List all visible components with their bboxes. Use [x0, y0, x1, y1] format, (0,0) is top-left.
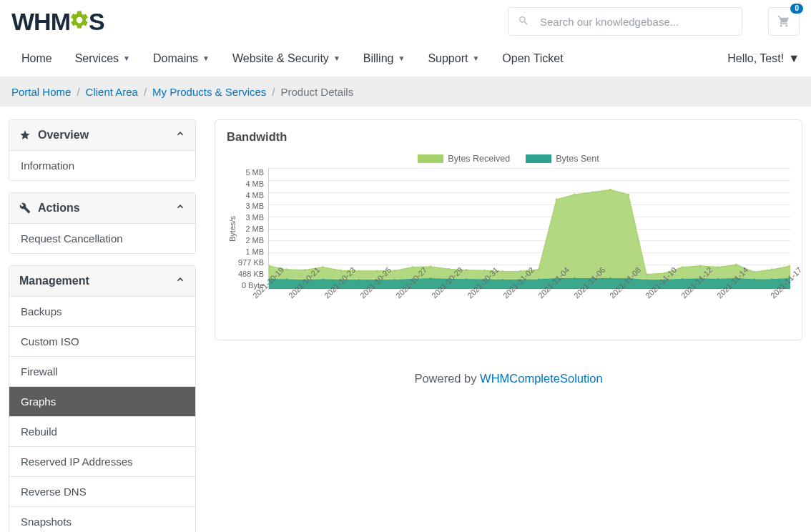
- sidebar-item-custom-iso[interactable]: Custom ISO: [9, 326, 195, 356]
- svg-point-2: [304, 269, 306, 271]
- caret-down-icon: ▼: [202, 54, 210, 62]
- nav-label: Home: [21, 52, 52, 65]
- crumb-portal-home[interactable]: Portal Home: [11, 86, 71, 98]
- chart-legend: Bytes ReceivedBytes Sent: [227, 154, 790, 164]
- sidebar-item-snapshots[interactable]: Snapshots: [9, 506, 195, 532]
- crumb-client-area[interactable]: Client Area: [86, 86, 138, 98]
- nav-label: Website & Security: [232, 52, 329, 65]
- svg-point-31: [286, 279, 288, 281]
- greeting-text: Hello, Test!: [727, 52, 784, 65]
- sidebar-item-backups[interactable]: Backups: [9, 297, 195, 326]
- svg-point-10: [448, 268, 450, 270]
- sidebar-item-reverse-dns[interactable]: Reverse DNS: [9, 476, 195, 506]
- y-axis-label: Bytes/s: [227, 168, 238, 290]
- svg-point-57: [753, 279, 755, 281]
- svg-point-24: [699, 265, 702, 267]
- nav-label: Services: [75, 52, 119, 65]
- chevron-up-icon: [175, 129, 185, 142]
- legend-label: Bytes Sent: [556, 154, 599, 164]
- svg-point-8: [412, 266, 414, 268]
- search-input[interactable]: [508, 7, 742, 36]
- logo-part2: S: [89, 8, 104, 36]
- gear-icon: [69, 9, 90, 34]
- panel-head-actions[interactable]: Actions: [9, 193, 195, 224]
- y-tick: 3 MB: [238, 202, 264, 210]
- separator: /: [77, 86, 79, 98]
- nav-label: Open Ticket: [502, 52, 563, 65]
- nav-website-security[interactable]: Website & Security▼: [222, 44, 350, 74]
- svg-point-43: [501, 279, 503, 281]
- svg-point-15: [538, 268, 540, 270]
- caret-down-icon: ▼: [398, 54, 405, 62]
- svg-point-45: [538, 279, 540, 281]
- nav-billing[interactable]: Billing▼: [353, 44, 416, 74]
- cart-button[interactable]: 0: [768, 7, 800, 36]
- y-tick: 2 MB: [238, 236, 264, 245]
- cart-badge: 0: [790, 4, 803, 14]
- crumb-products[interactable]: My Products & Services: [152, 86, 266, 98]
- svg-point-37: [393, 279, 395, 281]
- nav-services[interactable]: Services▼: [65, 44, 140, 74]
- sidebar-item-request-cancellation[interactable]: Request Cancellation: [9, 224, 195, 253]
- sidebar: OverviewInformationActionsRequest Cancel…: [9, 119, 196, 532]
- svg-point-51: [645, 279, 647, 281]
- svg-point-4: [340, 270, 342, 272]
- svg-point-25: [717, 266, 719, 268]
- y-tick: 4 MB: [238, 179, 264, 188]
- sidebar-item-firewall[interactable]: Firewall: [9, 356, 195, 386]
- nav-support[interactable]: Support▼: [418, 44, 489, 74]
- svg-point-12: [483, 270, 486, 272]
- svg-point-23: [682, 266, 684, 268]
- svg-point-20: [627, 194, 629, 196]
- legend-swatch: [418, 154, 443, 163]
- bandwidth-card: Bandwidth Bytes ReceivedBytes Sent Bytes…: [215, 119, 802, 340]
- sidebar-item-information[interactable]: Information: [9, 151, 195, 180]
- svg-point-49: [609, 277, 611, 280]
- legend-item[interactable]: Bytes Sent: [526, 154, 599, 164]
- svg-point-35: [358, 279, 360, 281]
- legend-label: Bytes Received: [448, 154, 510, 164]
- footer-link[interactable]: WHMCompleteSolution: [480, 372, 602, 385]
- logo[interactable]: WHM S: [11, 8, 493, 36]
- nav-domains[interactable]: Domains▼: [143, 44, 220, 74]
- y-tick: 3 MB: [238, 213, 264, 222]
- panel-head-overview[interactable]: Overview: [9, 120, 195, 151]
- y-tick: 4 MB: [238, 191, 264, 200]
- x-axis-ticks: 2021-10-192021-10-212021-10-232021-10-25…: [272, 290, 790, 327]
- search-icon: [518, 15, 529, 26]
- panel-head-management[interactable]: Management: [9, 266, 195, 297]
- caret-down-icon: ▼: [123, 54, 130, 62]
- y-tick: 5 MB: [238, 168, 264, 177]
- sidebar-item-rebuild[interactable]: Rebuild: [9, 416, 195, 446]
- caret-down-icon: ▼: [788, 52, 800, 65]
- svg-point-21: [645, 273, 647, 275]
- crumb-current: Product Details: [280, 86, 353, 98]
- sidebar-item-graphs[interactable]: Graphs: [9, 386, 195, 416]
- panel-title: Actions: [38, 202, 80, 215]
- user-menu[interactable]: Hello, Test! ▼: [727, 52, 800, 65]
- svg-point-28: [771, 268, 773, 270]
- svg-point-6: [375, 270, 378, 272]
- page-container: OverviewInformationActionsRequest Cancel…: [0, 107, 811, 532]
- svg-point-27: [753, 271, 755, 273]
- nav-home[interactable]: Home: [11, 44, 62, 74]
- nav-open-ticket[interactable]: Open Ticket: [492, 44, 573, 74]
- svg-point-5: [358, 270, 360, 272]
- legend-item[interactable]: Bytes Received: [418, 154, 510, 164]
- cart-icon: [777, 15, 790, 28]
- header: WHM S 0: [0, 0, 811, 40]
- svg-point-53: [682, 278, 684, 280]
- sidebar-item-reserved-ip-addresses[interactable]: Reserved IP Addresses: [9, 446, 195, 476]
- panel-title: Management: [19, 275, 89, 287]
- svg-point-47: [574, 277, 576, 280]
- svg-point-3: [322, 266, 324, 268]
- logo-part1: WHM: [11, 8, 70, 36]
- panel-title: Overview: [38, 129, 89, 142]
- svg-point-19: [609, 189, 611, 191]
- caret-down-icon: ▼: [472, 54, 479, 62]
- panel-actions: ActionsRequest Cancellation: [9, 192, 196, 254]
- svg-point-18: [591, 191, 594, 193]
- svg-point-58: [771, 278, 773, 280]
- nav-label: Billing: [363, 52, 394, 65]
- chevron-up-icon: [175, 275, 185, 287]
